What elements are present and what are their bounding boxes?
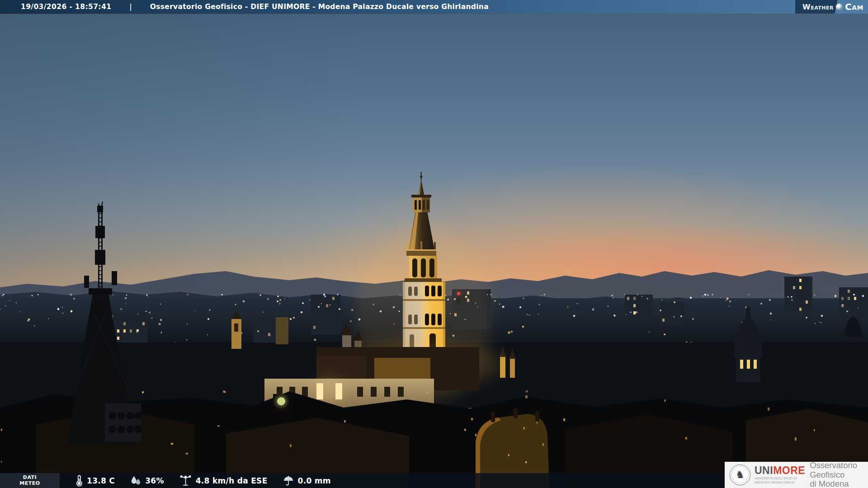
- precipitation-reading: 0.0 mm: [283, 475, 331, 486]
- wind-reading: 4.8 km/h da ESE: [179, 475, 268, 486]
- humidity-value: 36%: [145, 476, 164, 485]
- precipitation-value: 0.0 mm: [298, 476, 331, 485]
- anemometer-icon: [179, 475, 192, 486]
- thermometer-icon: [75, 474, 83, 487]
- weather-cam-logo-text2: Cam: [845, 1, 863, 12]
- seal-horse-icon: ♞: [736, 469, 745, 480]
- unimore-more: MORE: [773, 465, 805, 476]
- unimore-seal: ♞: [730, 465, 750, 485]
- weather-cam-logo-text1: Weather: [802, 3, 834, 11]
- temperature-value: 13.8 C: [87, 476, 115, 485]
- webcam-header-bar: 19/03/2026 - 18:57:41 | Osservatorio Geo…: [0, 0, 868, 14]
- university-subtitle-line1: UNIVERSITÀ DEGLI STUDI DI: [755, 477, 805, 480]
- globe-icon: [836, 4, 843, 10]
- webcam-frame: 19/03/2026 - 18:57:41 | Osservatorio Geo…: [0, 0, 868, 488]
- dati-meteo-label: DATI METEO: [0, 473, 60, 488]
- header-separator: |: [129, 3, 132, 11]
- humidity-reading: 36%: [130, 475, 164, 486]
- observatory-name: Osservatorio Geofisico di Modena: [810, 461, 868, 488]
- umbrella-icon: [283, 475, 294, 486]
- weather-cam-logo: Weather Cam: [795, 0, 868, 14]
- unimore-uni: UNI: [755, 465, 773, 476]
- unimore-wordmark: UNIMORE UNIVERSITÀ DEGLI STUDI DI MODENA…: [755, 465, 805, 484]
- university-subtitle-line2: MODENA E REGGIO EMILIA: [755, 481, 805, 484]
- water-drops-icon: [130, 475, 141, 486]
- wind-value: 4.8 km/h da ESE: [196, 476, 268, 485]
- city-scene: [0, 0, 868, 488]
- webcam-title: Osservatorio Geofisico - DIEF UNIMORE - …: [150, 3, 489, 11]
- unimore-branding: ♞ UNIMORE UNIVERSITÀ DEGLI STUDI DI MODE…: [725, 462, 868, 488]
- timestamp: 19/03/2026 - 18:57:41: [21, 3, 111, 11]
- temperature-reading: 13.8 C: [75, 474, 115, 487]
